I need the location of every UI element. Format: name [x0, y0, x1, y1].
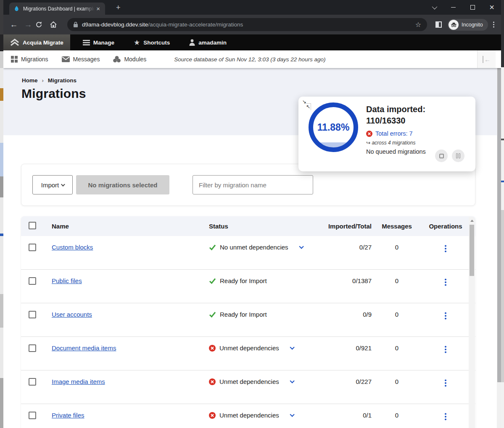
- new-tab-button[interactable]: [116, 3, 121, 12]
- stop-button[interactable]: [435, 150, 448, 162]
- operations-kebab-icon[interactable]: [445, 315, 446, 317]
- table-row: Document media items Unmet dependencies …: [21, 337, 475, 370]
- collapse-toolbar-button[interactable]: [477, 50, 496, 68]
- acquia-chevrons-icon: [10, 39, 19, 46]
- forward-button[interactable]: [21, 20, 35, 29]
- messages-count: 0: [372, 277, 422, 284]
- operations-kebab-icon[interactable]: [445, 416, 446, 417]
- tab-close-icon[interactable]: [95, 5, 102, 12]
- select-all-checkbox[interactable]: [29, 222, 36, 229]
- breadcrumb-separator: [42, 77, 44, 84]
- grid-icon: [11, 56, 18, 63]
- migration-link[interactable]: Document media items: [52, 344, 116, 352]
- drupal-favicon: [13, 5, 20, 12]
- chevron-down-icon[interactable]: [290, 345, 294, 349]
- header-name: Name: [44, 223, 209, 230]
- row-checkbox[interactable]: [29, 412, 36, 419]
- modules-nav-label: Modules: [124, 56, 146, 63]
- table-scrollbar[interactable]: [469, 217, 475, 428]
- reload-button[interactable]: [35, 21, 50, 28]
- error-icon: [209, 345, 216, 352]
- header-imported-total: Imported/Total: [319, 223, 372, 230]
- breadcrumb-migrations: Migrations: [48, 77, 77, 84]
- chevron-down-icon[interactable]: [290, 378, 294, 383]
- user-label: amadamin: [198, 39, 227, 46]
- migrations-nav-item[interactable]: Migrations: [5, 56, 54, 63]
- migration-link[interactable]: Image media items: [52, 378, 105, 385]
- messages-count: 0: [372, 412, 422, 419]
- modules-nav-item[interactable]: Modules: [107, 56, 152, 63]
- breadcrumb-home[interactable]: Home: [22, 77, 38, 84]
- browser-window: Migrations Dashboard | example: [3, 0, 501, 428]
- error-icon: [209, 412, 216, 419]
- minimize-button[interactable]: [443, 0, 463, 15]
- manage-menu[interactable]: Manage: [76, 34, 121, 50]
- header-status: Status: [209, 223, 319, 230]
- migration-link[interactable]: Private files: [52, 412, 84, 419]
- check-icon: [209, 278, 216, 284]
- migration-link[interactable]: Custom blocks: [52, 244, 93, 251]
- messages-nav-item[interactable]: Messages: [56, 56, 106, 63]
- bookmark-star-icon[interactable]: [415, 21, 421, 29]
- maximize-icon: [470, 5, 475, 10]
- operations-kebab-icon[interactable]: [445, 281, 446, 283]
- migrations-nav-label: Migrations: [21, 56, 48, 63]
- chevron-down-icon[interactable]: [299, 244, 303, 249]
- row-checkbox[interactable]: [29, 244, 36, 251]
- row-checkbox[interactable]: [29, 344, 36, 352]
- background-window-edge-left: [0, 0, 3, 428]
- migration-link[interactable]: Public files: [52, 277, 82, 284]
- home-button[interactable]: [50, 21, 64, 28]
- migration-link[interactable]: User accounts: [52, 311, 92, 318]
- home-icon: [50, 21, 57, 28]
- tab-search-button[interactable]: [424, 0, 443, 15]
- browser-navbar: d9ama-ddevblog.ddev.site/acquia-migrate-…: [3, 15, 501, 34]
- pause-button[interactable]: [452, 150, 464, 162]
- imported-total: 0/921: [319, 344, 372, 352]
- background-window-edge-right: [501, 0, 504, 428]
- filter-input[interactable]: [193, 175, 313, 194]
- pause-icon: [456, 153, 460, 158]
- total-errors-link[interactable]: Total errors: 7: [375, 130, 413, 137]
- resize-handle-icon[interactable]: [306, 103, 311, 110]
- operations-kebab-icon[interactable]: [445, 382, 446, 384]
- imported-total: 0/1387: [319, 277, 372, 284]
- table-row: Custom blocks No unmet dependencies 0/27…: [21, 236, 475, 270]
- migrations-table: Name Status Imported/Total Messages Oper…: [21, 216, 475, 428]
- operations-kebab-icon[interactable]: [445, 248, 446, 249]
- error-icon: [209, 378, 216, 385]
- messages-count: 0: [372, 378, 422, 385]
- back-button[interactable]: [7, 20, 21, 29]
- breadcrumb: Home Migrations: [22, 77, 77, 84]
- shortcuts-menu[interactable]: Shortcuts: [127, 34, 177, 50]
- incognito-label: Incognito: [459, 22, 487, 28]
- browser-menu-icon[interactable]: [493, 24, 495, 26]
- row-checkbox[interactable]: [29, 378, 36, 386]
- page-viewport: Home Migrations Migrations In Progress 3…: [3, 68, 501, 428]
- user-icon: [189, 39, 195, 46]
- operations-kebab-icon[interactable]: [445, 349, 446, 350]
- browser-tab[interactable]: Migrations Dashboard | example: [9, 3, 105, 15]
- table-scrollbar-thumb[interactable]: [470, 225, 474, 276]
- page-scrollbar-thumb[interactable]: [497, 68, 501, 382]
- messages-count: 0: [372, 344, 422, 352]
- side-panel-button[interactable]: [435, 21, 442, 28]
- maximize-button[interactable]: [463, 0, 482, 15]
- import-dropdown-button[interactable]: Import: [32, 175, 73, 194]
- messages-count: 0: [372, 311, 422, 318]
- lock-icon: [73, 21, 78, 28]
- acquia-migrate-brand[interactable]: Acquia Migrate: [3, 34, 70, 50]
- user-menu[interactable]: amadamin: [182, 34, 233, 50]
- table-header-row: Name Status Imported/Total Messages Oper…: [21, 216, 475, 236]
- row-checkbox[interactable]: [29, 311, 36, 318]
- chevron-down-icon[interactable]: [290, 412, 294, 417]
- address-bar[interactable]: d9ama-ddevblog.ddev.site/acquia-migrate-…: [67, 18, 427, 31]
- brand-label: Acquia Migrate: [23, 39, 63, 46]
- url-domain: d9ama-ddevblog.ddev.site: [82, 21, 148, 28]
- row-checkbox[interactable]: [29, 277, 36, 285]
- incognito-badge: Incognito: [448, 19, 488, 31]
- close-button[interactable]: [482, 0, 501, 15]
- envelope-icon: [62, 56, 70, 62]
- table-row: Private files Unmet dependencies 0/1 0: [21, 404, 475, 428]
- scroll-up-icon[interactable]: [470, 220, 474, 222]
